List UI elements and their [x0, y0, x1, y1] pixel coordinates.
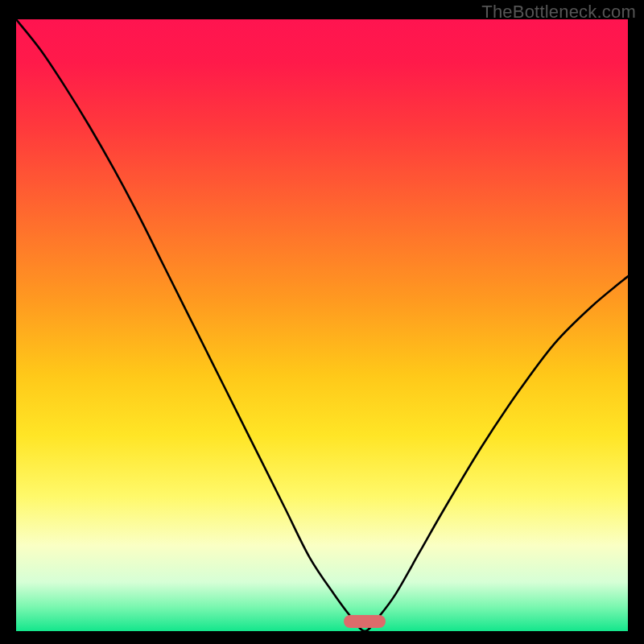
chart-frame: TheBottleneck.com — [0, 0, 644, 644]
bottleneck-curve — [16, 19, 628, 631]
plot-area — [16, 19, 628, 631]
watermark-text: TheBottleneck.com — [481, 2, 636, 23]
dip-marker — [344, 615, 386, 628]
